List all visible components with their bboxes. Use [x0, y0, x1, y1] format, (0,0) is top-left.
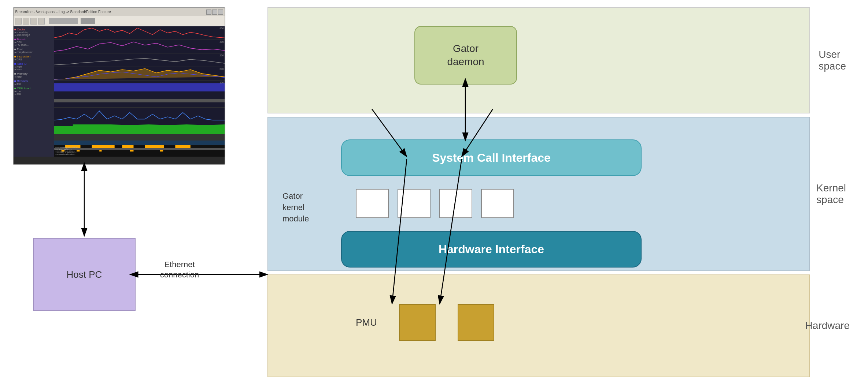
toolbar-icon-4 — [38, 18, 45, 25]
syscall-text: System Call Interface — [432, 151, 551, 165]
toolbar-icon-2 — [23, 18, 29, 25]
user-space-label: Userspace — [819, 49, 846, 72]
gator-daemon-text: Gator daemon — [447, 42, 484, 69]
svg-marker-2 — [54, 124, 225, 134]
toolbar-icon-1 — [15, 18, 22, 25]
toolbar-icon-3 — [30, 18, 37, 25]
hardware-space-label: Hardware — [805, 320, 850, 332]
streamline-screenshot: Streamline - /workspace/ - Log -> Standa… — [13, 7, 225, 165]
svg-rect-9 — [175, 145, 190, 148]
pmu-box-1 — [399, 304, 436, 341]
chart-labels: ■ Cache ● something ● something2 ■ Branc… — [14, 26, 54, 157]
left-panel: Streamline - /workspace/ - Log -> Standa… — [0, 0, 238, 385]
svg-rect-8 — [145, 145, 164, 148]
kernel-box-1 — [356, 189, 389, 218]
maximize-btn — [212, 10, 217, 15]
pmu-label: PMU — [356, 317, 377, 328]
svg-rect-13 — [99, 150, 101, 152]
svg-rect-10 — [54, 148, 225, 150]
pmu-area: PMU — [356, 304, 494, 341]
chart-area: 800 400 200 — [54, 26, 225, 157]
host-pc-label: Host PC — [67, 269, 102, 280]
pmu-box-2 — [458, 304, 494, 341]
kernel-box-3 — [439, 189, 472, 218]
timeline-row: ● something around 800● a filter error 3… — [54, 135, 225, 157]
toolbar-input — [49, 18, 78, 24]
syscall-box: System Call Interface — [341, 139, 642, 176]
minimize-btn — [206, 10, 211, 15]
hw-interface-box: Hardware Interface — [341, 231, 642, 268]
svg-rect-14 — [130, 150, 133, 152]
gator-daemon-box: Gator daemon — [414, 26, 517, 85]
kernel-box-4 — [481, 189, 514, 218]
gator-module-label: Gator kernel module — [282, 191, 309, 224]
screenshot-toolbar — [14, 16, 225, 26]
hardware-space-layer: PMU Hardware — [267, 274, 810, 377]
host-pc-box: Host PC — [33, 238, 136, 311]
hw-interface-text: Hardware Interface — [439, 243, 544, 256]
kernel-boxes — [356, 189, 514, 218]
svg-rect-15 — [160, 150, 163, 152]
toolbar-btn-import — [81, 18, 95, 24]
kernel-space-label: Kernelspace — [816, 182, 846, 206]
right-panel: Gator daemon Userspace System Call Inter… — [267, 7, 846, 378]
svg-rect-6 — [92, 145, 115, 148]
svg-rect-4 — [54, 141, 225, 145]
svg-rect-7 — [122, 145, 133, 148]
close-btn — [218, 10, 223, 15]
svg-rect-1 — [54, 99, 225, 102]
svg-rect-3 — [54, 135, 225, 141]
user-space-layer: Gator daemon Userspace — [267, 7, 810, 113]
svg-rect-0 — [54, 83, 225, 91]
kernel-space-layer: System Call Interface Gator kernel modul… — [267, 117, 810, 271]
screenshot-titlebar: Streamline - /workspace/ - Log -> Standa… — [14, 8, 225, 16]
kernel-box-2 — [398, 189, 431, 218]
screenshot-content: ■ Cache ● something ● something2 ■ Branc… — [14, 26, 225, 157]
titlebar-text: Streamline - /workspace/ - Log -> Standa… — [15, 10, 206, 14]
